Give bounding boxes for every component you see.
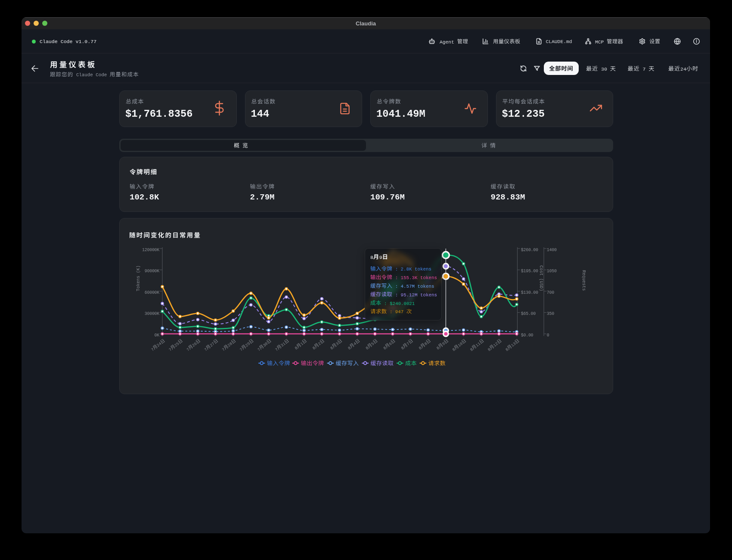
svg-text:8: 8 (424, 341, 429, 346)
svg-text:30: 30 (601, 66, 607, 72)
svg-text:8: 8 (400, 345, 406, 351)
svg-text:30000K: 30000K (145, 311, 160, 316)
svg-text:Requests: Requests (581, 270, 586, 291)
svg-text:155.3K: 155.3K (401, 275, 418, 280)
svg-text:Claude Code v1.0.77: Claude Code v1.0.77 (40, 39, 96, 44)
svg-text:90000K: 90000K (145, 269, 160, 274)
svg-text:Claudia: Claudia (356, 20, 376, 27)
svg-text:7: 7 (239, 347, 244, 352)
svg-text:8: 8 (294, 345, 299, 351)
svg-text:947: 947 (395, 309, 403, 314)
svg-text:CLAUDE.md: CLAUDE.md (546, 39, 572, 44)
svg-text:24: 24 (680, 66, 686, 72)
svg-text:4: 4 (353, 341, 358, 346)
svg-text:0: 0 (547, 333, 549, 338)
svg-text:tokens: tokens (420, 275, 437, 280)
svg-text:9: 9 (441, 341, 446, 346)
svg-text::: : (395, 284, 398, 289)
svg-text:60000K: 60000K (145, 290, 160, 295)
svg-text:928.83M: 928.83M (491, 193, 525, 202)
svg-text:9: 9 (379, 255, 382, 261)
svg-text:8: 8 (329, 345, 335, 351)
svg-text:8: 8 (487, 347, 492, 352)
svg-text:7: 7 (257, 347, 261, 352)
svg-text:700: 700 (547, 290, 554, 295)
svg-text:$240.0021: $240.0021 (390, 301, 415, 306)
svg-text:tokens: tokens (418, 284, 434, 289)
svg-text::: : (384, 301, 387, 306)
svg-text:$130.00: $130.00 (521, 290, 538, 295)
svg-text:120000K: 120000K (142, 248, 159, 252)
svg-text:Cost (USD): Cost (USD) (539, 265, 543, 291)
svg-text:3: 3 (335, 341, 340, 346)
svg-text:8: 8 (505, 347, 510, 352)
svg-text:8: 8 (469, 347, 475, 352)
svg-text:102.8K: 102.8K (130, 193, 159, 202)
svg-text:Agent: Agent (440, 40, 454, 45)
svg-text:$1,761.8356: $1,761.8356 (125, 108, 192, 120)
svg-text:8: 8 (370, 255, 373, 261)
svg-text:8: 8 (365, 345, 370, 351)
svg-text:tokens: tokens (415, 267, 431, 272)
svg-text:6: 6 (388, 341, 393, 346)
svg-text::: : (395, 275, 398, 280)
svg-text:1050: 1050 (547, 269, 557, 274)
svg-text:144: 144 (251, 108, 270, 120)
svg-text:8: 8 (436, 345, 441, 351)
svg-text:7: 7 (186, 347, 190, 352)
svg-text:8: 8 (312, 345, 317, 351)
svg-text:1: 1 (300, 341, 305, 346)
svg-text:350: 350 (547, 311, 554, 316)
svg-text:7: 7 (203, 347, 208, 352)
svg-text:7: 7 (406, 341, 410, 346)
svg-text:tokens: tokens (420, 292, 437, 298)
svg-text:8: 8 (452, 347, 457, 352)
svg-text:8: 8 (418, 345, 423, 351)
svg-text:7: 7 (643, 66, 646, 72)
svg-text:8: 8 (382, 345, 388, 351)
svg-text::: : (395, 267, 398, 272)
svg-text:$0.00: $0.00 (521, 333, 533, 338)
svg-text:2: 2 (317, 341, 322, 346)
svg-text:Claude: Claude (76, 72, 93, 78)
svg-text:2.8K: 2.8K (401, 267, 412, 272)
svg-text:$195.00: $195.00 (521, 269, 538, 274)
svg-text::: : (395, 292, 398, 298)
svg-text:109.76M: 109.76M (370, 193, 405, 202)
svg-text:8: 8 (347, 345, 352, 351)
svg-text:Tokens (K): Tokens (K) (136, 265, 141, 291)
svg-text:7: 7 (150, 347, 155, 352)
svg-text::: : (390, 309, 392, 314)
svg-text:Code: Code (96, 72, 107, 78)
svg-text:MCP: MCP (595, 40, 604, 45)
svg-text:$12.235: $12.235 (502, 108, 545, 120)
svg-text:$260.00: $260.00 (521, 248, 538, 252)
svg-text:$65.00: $65.00 (521, 311, 536, 316)
svg-text:1041.49M: 1041.49M (376, 108, 425, 120)
svg-text:5: 5 (370, 341, 375, 346)
svg-text:95.12M: 95.12M (401, 292, 418, 298)
svg-text:0K: 0K (155, 333, 160, 338)
svg-text:7: 7 (221, 347, 226, 352)
svg-text:7: 7 (168, 347, 173, 352)
svg-text:4.57M: 4.57M (401, 284, 415, 289)
svg-text:7: 7 (274, 347, 279, 352)
svg-text:2.79M: 2.79M (250, 193, 275, 202)
svg-text:1400: 1400 (547, 248, 557, 252)
